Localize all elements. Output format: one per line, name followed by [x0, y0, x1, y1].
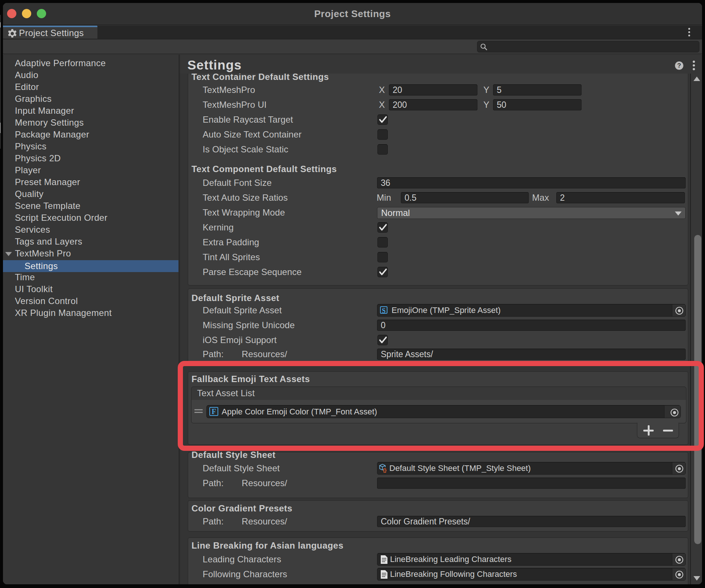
svg-text:?: ? [677, 62, 681, 69]
svg-text:{}: {} [383, 468, 387, 473]
